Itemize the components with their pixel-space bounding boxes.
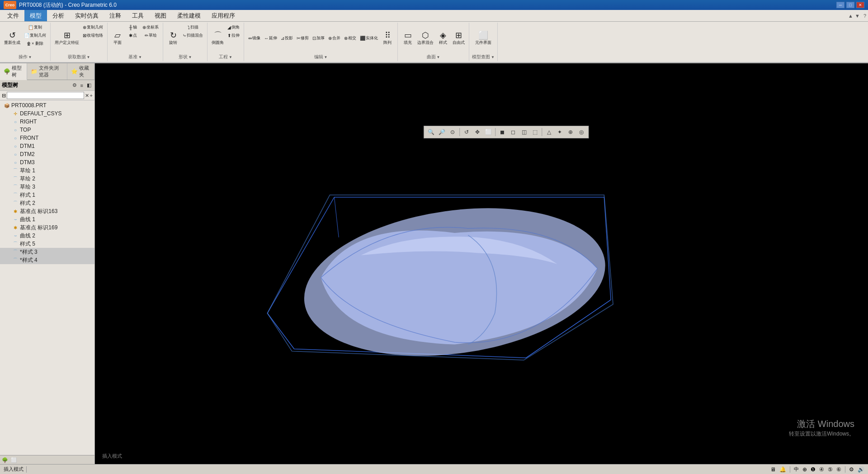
filter-add-btn[interactable]: +	[90, 93, 93, 98]
tree-item-style5[interactable]: ⌒ 样式 5	[0, 240, 94, 248]
tree-expand-btn[interactable]: ◧	[85, 82, 93, 89]
tree-item-style3[interactable]: ⌒ *样式 3	[0, 248, 94, 256]
window-controls[interactable]: ─ □ ✕	[836, 2, 864, 8]
btn-freeform[interactable]: ⊞ 自由式	[451, 24, 466, 53]
minimize-button[interactable]: ─	[836, 2, 844, 8]
tree-item-root[interactable]: 📦 PRT0008.PRT	[0, 101, 94, 109]
tree-item-datum163[interactable]: ✱ 基准点 标识163	[0, 207, 94, 215]
tree-item-curve1[interactable]: ⌣ 曲线 1	[0, 215, 94, 223]
btn-point[interactable]: ✱点	[126, 32, 140, 39]
tree-item-right[interactable]: ○ RIGHT	[0, 118, 94, 126]
btn-sketch-datum[interactable]: ✏草绘	[141, 32, 160, 39]
modelview-group-label[interactable]: 模型查图▼	[472, 54, 495, 60]
tree-item-datum169[interactable]: ✱ 基准点 标识169	[0, 223, 94, 232]
vt-zoom-in[interactable]: 🔍	[426, 127, 436, 137]
viewport[interactable]: 🔍 🔎 ⊙ ↺ ✥ ⬜ ◼ ◻ ◫ ⬚ △ ✦ ⊕ ◎	[95, 63, 868, 465]
menu-apps[interactable]: 应用程序	[206, 10, 241, 21]
btn-trim[interactable]: ✂修剪	[295, 24, 310, 53]
btn-array[interactable]: ⠿ 阵列	[380, 24, 395, 53]
btn-solidify[interactable]: ⬛实体化	[359, 24, 379, 53]
btn-extrude[interactable]: ⬆拉伸	[226, 32, 241, 39]
vt-csys[interactable]: ⊕	[566, 127, 576, 137]
vt-perspective[interactable]: ⬚	[530, 127, 540, 137]
btn-paste[interactable]: 📄复制几何	[23, 32, 47, 39]
menu-file[interactable]: 文件	[2, 10, 24, 21]
tree-item-dtm1[interactable]: ○ DTM1	[0, 142, 94, 150]
tray-icon3[interactable]: ④	[819, 466, 824, 473]
vt-zoom-out[interactable]: 🔎	[437, 127, 447, 137]
btn-user-feature[interactable]: ⊞ 用户定义特征	[53, 24, 80, 53]
vt-rotate[interactable]: ↺	[462, 127, 472, 137]
engineering-group-label[interactable]: 工程▼	[219, 54, 232, 60]
btn-delete[interactable]: 🗑× 删除	[23, 40, 47, 47]
vt-spin-center[interactable]: ◎	[576, 127, 586, 137]
menu-annotation[interactable]: 注释	[104, 10, 127, 21]
vt-datum-planes[interactable]: △	[544, 127, 554, 137]
tree-item-default-csys[interactable]: ✛ DEFAULT_CSYS	[0, 109, 94, 118]
vt-fit[interactable]: ⊙	[448, 127, 458, 137]
edit-group-label[interactable]: 编辑▼	[314, 54, 328, 60]
btn-copy[interactable]: 📋复制	[23, 24, 47, 31]
tree-item-style2[interactable]: ⌒ 样式 2	[0, 199, 94, 207]
tree-item-dtm2[interactable]: ○ DTM2	[0, 150, 94, 158]
tray-icon4[interactable]: ⑤	[828, 466, 833, 473]
help-arrow-down[interactable]: ▼	[855, 13, 860, 19]
vt-view-box[interactable]: ⬜	[483, 127, 493, 137]
btn-csys[interactable]: ⊕坐标系	[141, 24, 160, 31]
btn-style-surface[interactable]: ◈ 样式	[436, 24, 450, 53]
tree-item-dtm3[interactable]: ○ DTM3	[0, 158, 94, 166]
tree-item-sketch3[interactable]: ⌒ 草绘 3	[0, 183, 94, 191]
btn-extend[interactable]: ↔延伸	[263, 24, 278, 53]
shape-group-label[interactable]: 形状▼	[179, 54, 192, 60]
menu-view[interactable]: 视图	[149, 10, 172, 21]
ls-btn-1[interactable]: 🌳	[2, 457, 8, 463]
maximize-button[interactable]: □	[846, 2, 854, 8]
vt-wireframe[interactable]: ◻	[508, 127, 518, 137]
getdata-group-label[interactable]: 获取数据▼	[68, 54, 90, 60]
tree-settings-btn[interactable]: ⚙	[71, 82, 78, 89]
btn-copy-geo[interactable]: ⊕复制几何	[81, 24, 104, 31]
tree-item-top[interactable]: ○ TOP	[0, 126, 94, 134]
btn-boundary-blend[interactable]: ⬡ 边界混合	[416, 24, 435, 53]
vt-shading[interactable]: ◼	[497, 127, 507, 137]
tab-model-tree[interactable]: 🌳 模型树	[0, 63, 27, 80]
btn-project[interactable]: ⊿投影	[279, 24, 294, 53]
btn-merge[interactable]: ⊕合并	[327, 24, 342, 53]
menu-tools[interactable]: 工具	[127, 10, 149, 21]
tree-menu-btn[interactable]: ≡	[79, 82, 85, 89]
tree-item-sketch1[interactable]: ⌒ 草绘 1	[0, 166, 94, 175]
btn-plane[interactable]: ▱ 平面	[110, 24, 125, 53]
menu-simulation[interactable]: 实时仿真	[70, 10, 104, 21]
btn-axis[interactable]: ╫轴	[126, 24, 140, 31]
tree-item-style4[interactable]: ⌒ *样式 4	[0, 256, 94, 264]
btn-regenerate[interactable]: ↺ 重新生成	[3, 24, 22, 53]
tray-icon5[interactable]: ⑥	[836, 466, 841, 473]
tree-item-style1[interactable]: ⌒ 样式 1	[0, 191, 94, 199]
btn-sweep-blend[interactable]: ⤷扫描混合	[181, 32, 204, 39]
tree-item-front[interactable]: ○ FRONT	[0, 134, 94, 142]
tray-icon1[interactable]: ⊕	[802, 466, 807, 473]
close-button[interactable]: ✕	[856, 2, 864, 8]
filter-clear-btn[interactable]: ✕	[85, 93, 89, 99]
tray-settings[interactable]: ⚙	[849, 466, 854, 473]
btn-intersect[interactable]: ⊗相交	[343, 24, 358, 53]
btn-revolve[interactable]: ↻ 旋转	[166, 24, 180, 53]
btn-fill[interactable]: ▭ 填充	[401, 24, 415, 53]
tree-item-sketch2[interactable]: ⌒ 草绘 2	[0, 175, 94, 183]
btn-mirror[interactable]: ⇔镜像	[247, 24, 262, 53]
btn-fillet[interactable]: ⌒ 倒圆角	[210, 24, 225, 53]
vt-hidden[interactable]: ◫	[519, 127, 529, 137]
menu-analysis[interactable]: 分析	[47, 10, 70, 21]
tree-search-input[interactable]	[7, 92, 84, 99]
btn-sweep[interactable]: ⤵扫描	[181, 24, 204, 31]
tab-favorites[interactable]: ⭐ 收藏夹	[67, 63, 94, 80]
menu-flexible[interactable]: 柔性建模	[172, 10, 206, 21]
tray-speaker[interactable]: 🔊	[858, 466, 864, 473]
tab-folder-browser[interactable]: 📁 文件夹浏览器	[27, 63, 67, 80]
datum-group-label[interactable]: 基准▼	[128, 54, 142, 60]
vt-pan[interactable]: ✥	[472, 127, 482, 137]
tray-icon2[interactable]: ❶	[811, 466, 816, 473]
btn-chamfer[interactable]: ◢倒角	[226, 24, 241, 31]
ops-group-label[interactable]: 操作▼	[19, 54, 32, 60]
btn-thicken[interactable]: ⊡加厚	[311, 24, 326, 53]
